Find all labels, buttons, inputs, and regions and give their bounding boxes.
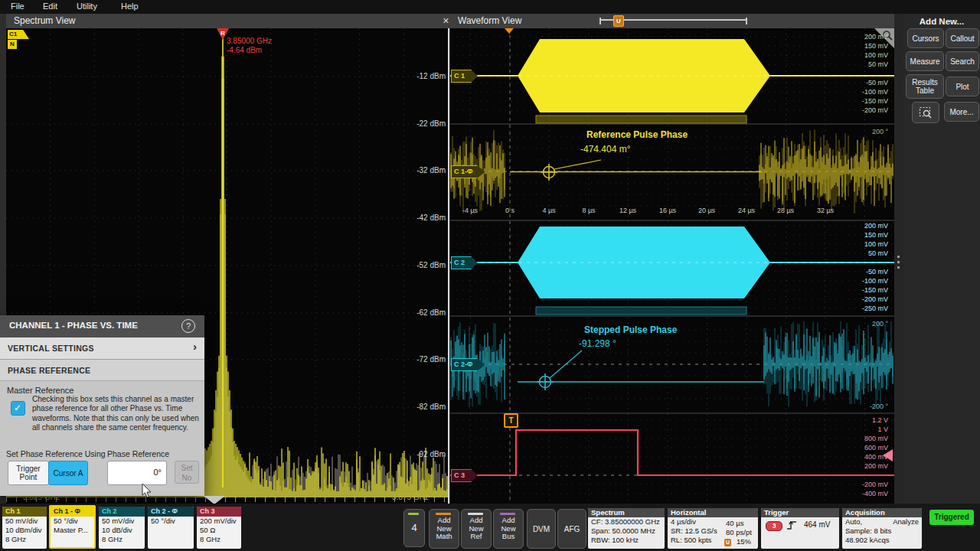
horizontal-panel-title: Horizontal (668, 508, 758, 517)
c1-phase-leader (554, 160, 601, 169)
plot-button[interactable]: Plot (946, 77, 979, 96)
c2-phase-crosshair-icon[interactable] (537, 373, 554, 390)
c3-axis-label: 1.2 V (833, 416, 888, 424)
rising-edge-icon (786, 520, 797, 530)
c1-phase-crosshair-icon[interactable] (541, 164, 557, 181)
spectrum-axis-label: -32 dBm (386, 166, 446, 174)
ch2-badge[interactable]: Ch 2 50 mV/div 10 dB/div 8 GHz (99, 507, 145, 549)
triggered-status-badge: Triggered (929, 510, 974, 525)
menu-utility[interactable]: Utility (77, 2, 97, 11)
trigger-info-panel[interactable]: Trigger 3 464 mV (761, 508, 839, 549)
waveform-scroll-strip[interactable] (894, 14, 903, 505)
ch1-line3: 8 GHz (2, 535, 47, 544)
c1-axis-label: -100 mV (833, 88, 888, 96)
horizontal-resolution: 80 ps/pt (723, 528, 752, 537)
help-icon[interactable]: ? (181, 319, 195, 333)
ch2-line1: 50 mV/div (99, 517, 145, 526)
c1-axis-label: 100 mV (833, 51, 888, 59)
horizontal-window: 40 µs (723, 519, 743, 528)
horizontal-position-marker-icon: U (724, 539, 731, 546)
marker-frequency: 3.85000 GHz (227, 37, 272, 45)
set-now-button[interactable]: Set No (175, 461, 199, 484)
c2-axis-label: -250 mV (833, 305, 888, 312)
afg-button[interactable]: AFG (557, 509, 586, 549)
spectrum-panel-title: Spectrum (588, 508, 665, 517)
c2-axis-label: 100 mV (833, 240, 888, 248)
measure-button[interactable]: Measure (906, 51, 944, 71)
spectrum-axis-label: -52 dBm (386, 261, 446, 269)
overview-trigger-marker[interactable]: U (613, 15, 624, 27)
channel1-phase-dialog: CHANNEL 1 - PHASE VS. TIME ? VERTICAL SE… (0, 315, 204, 496)
waveform-traces-svg (450, 28, 894, 504)
dvm-button[interactable]: DVM (527, 509, 556, 549)
set-button-line2: No (175, 473, 198, 483)
acquisition-mode-row: Auto, Analyze (842, 517, 922, 527)
set-button-line1: Set (175, 463, 198, 473)
search-button[interactable]: Search (946, 51, 979, 71)
dialog-titlebar[interactable]: CHANNEL 1 - PHASE VS. TIME ? (0, 315, 204, 337)
c3-axis-label: -200 mV (833, 481, 888, 488)
add-new-bus-button[interactable]: Add New Bus (493, 509, 524, 549)
more-button[interactable]: More... (944, 102, 979, 122)
phase-reference-input[interactable]: 0° (107, 461, 167, 485)
ch2-name: Ch 2 (99, 507, 145, 517)
c2-phase-bottom-label: -200 ° (842, 403, 888, 410)
acquisition-info-panel[interactable]: Acquisition Auto, Analyze Sample: 8 bits… (842, 508, 922, 549)
c1-trace-tag: C1 (8, 30, 29, 39)
c1-axis-label: 200 mV (833, 33, 888, 41)
add-new-ref-label: Add New Ref (466, 517, 487, 540)
results-table-button[interactable]: Results Table (906, 74, 944, 99)
ch3-badge[interactable]: Ch 3 200 mV/div 50 Ω 8 GHz (197, 507, 241, 549)
zoom-area-button[interactable] (912, 102, 939, 123)
cursors-button[interactable]: Cursors (907, 28, 944, 48)
waveform-view-title: Waveform View (458, 15, 521, 26)
cursor-a-button[interactable]: Cursor A (48, 461, 88, 485)
c3-trace (450, 430, 894, 475)
ch4-badge[interactable]: 4 (403, 509, 425, 547)
spectrum-info-panel[interactable]: Spectrum CF: 3.85000000 GHz Span: 50.000… (588, 508, 665, 549)
c1-axis-label: 50 mV (833, 60, 888, 68)
trigger-t-marker[interactable]: T (504, 413, 518, 428)
ch1-phase-badge[interactable]: Ch 1 - Φ 50 °/div Master P... (49, 505, 96, 549)
c3-axis-label: 800 mV (833, 435, 888, 442)
stepped-pulse-phase-value: -91.298 ° (579, 338, 616, 349)
spectrum-span: Span: 50.0000 MHz (588, 527, 665, 536)
acquisition-mode: Auto, (845, 517, 862, 526)
waveform-plot[interactable]: T C 1 C 1-Φ C 2 C 2-Φ C 3 Reference Puls… (450, 28, 894, 504)
callout-button[interactable]: Callout (946, 28, 979, 48)
c2-axis-label: -100 mV (833, 277, 888, 285)
ch2-line3: 8 GHz (99, 535, 145, 544)
spectrum-axis-label: -82 dBm (386, 403, 446, 411)
trigger-top-marker-icon[interactable] (505, 28, 514, 34)
time-axis-label: 20 µs (691, 207, 722, 214)
ch3-line2: 50 Ω (197, 526, 241, 535)
add-new-math-button[interactable]: Add New Math (429, 509, 459, 549)
menu-file[interactable]: File (11, 2, 24, 11)
ch1-badge[interactable]: Ch 1 50 mV/div 10 dBm/div 8 GHz (2, 507, 47, 549)
spectrum-axis-label: -72 dBm (386, 355, 446, 364)
drag-handle-icon[interactable] (897, 256, 900, 269)
c1-axis-label: -150 mV (833, 97, 888, 105)
close-icon[interactable]: ✕ (443, 14, 449, 28)
ref-color-stripe (468, 513, 483, 515)
add-new-ref-button[interactable]: Add New Ref (461, 509, 492, 549)
trigger-source-badge: 3 (766, 521, 782, 531)
menu-help[interactable]: Help (121, 2, 139, 11)
time-axis-label: -4 µs (455, 207, 485, 214)
trigger-point-button[interactable]: Trigger Point (8, 461, 49, 485)
marker-amplitude: -4.64 dBm (227, 46, 262, 54)
acquisition-count: 48.902 kAcqs (842, 536, 922, 545)
math-color-stripe (436, 513, 451, 515)
ch2-phase-name: Ch 2 - Φ (148, 507, 194, 517)
c2-phase-leader (550, 350, 582, 378)
zoom-area-icon (919, 106, 933, 119)
spectrum-trace-badge[interactable]: C1 N (8, 30, 29, 49)
reference-pulse-phase-value: -474.404 m° (580, 144, 631, 155)
master-reference-checkbox[interactable]: ✓ (11, 401, 25, 416)
menu-edit[interactable]: Edit (43, 2, 57, 11)
time-axis-label: 12 µs (612, 207, 643, 214)
vertical-settings-label: VERTICAL SETTINGS (8, 344, 94, 353)
ch2-phase-badge[interactable]: Ch 2 - Φ 50 °/div (148, 507, 194, 549)
vertical-settings-row[interactable]: VERTICAL SETTINGS › (0, 337, 204, 360)
horizontal-info-panel[interactable]: Horizontal 4 µs/div SR: 12.5 GS/s RL: 50… (668, 508, 758, 549)
